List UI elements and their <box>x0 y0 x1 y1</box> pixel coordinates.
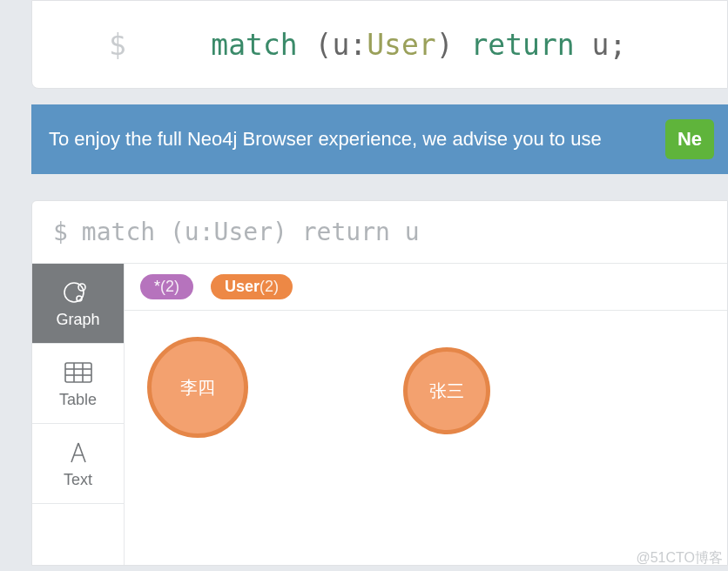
tab-graph[interactable]: Graph <box>32 264 124 344</box>
label-all-symbol: * <box>154 278 160 296</box>
editor-prompt: $ <box>109 28 126 62</box>
result-query: match (u:User) return u <box>82 218 420 246</box>
label-user-count: (2) <box>260 278 279 296</box>
graph-node[interactable]: 张三 <box>403 347 490 434</box>
colon: : <box>349 28 367 62</box>
query-editor[interactable]: $ match (u:User) return u; <box>31 0 728 89</box>
label-user-name: User <box>225 278 260 296</box>
variable-u: u <box>332 28 349 62</box>
close-paren: ) <box>436 28 454 62</box>
svg-point-0 <box>64 283 84 302</box>
result-frame: $ match (u:User) return u Graph <box>31 200 728 566</box>
notice-cta-button[interactable]: Ne <box>665 119 714 159</box>
open-paren: ( <box>315 28 333 62</box>
view-tabs: Graph Table <box>32 264 125 565</box>
watermark: @51CTO博客 <box>636 549 723 568</box>
notice-text: To enjoy the full Neo4j Browser experien… <box>49 128 602 151</box>
text-icon <box>62 438 95 467</box>
tab-graph-label: Graph <box>56 311 99 329</box>
tab-table[interactable]: Table <box>32 344 124 424</box>
keyword-return: return <box>470 28 574 62</box>
graph-icon <box>62 278 95 307</box>
tab-text-label: Text <box>64 471 92 489</box>
type-user: User <box>367 28 435 62</box>
tab-text[interactable]: Text <box>32 424 124 504</box>
labels-bar: *(2) User(2) <box>125 264 727 311</box>
label-pill-all[interactable]: *(2) <box>140 274 193 299</box>
result-body: Graph Table <box>32 264 727 565</box>
result-prompt: $ <box>53 218 68 246</box>
keyword-match: match <box>211 28 297 62</box>
node-caption: 张三 <box>429 380 464 403</box>
variable-u-2: u <box>592 28 610 62</box>
graph-node[interactable]: 李四 <box>147 337 248 438</box>
result-header: $ match (u:User) return u <box>32 201 727 264</box>
tab-table-label: Table <box>59 391 97 409</box>
label-pill-user[interactable]: User(2) <box>211 274 293 299</box>
graph-canvas[interactable]: 李四 张三 <box>125 311 727 565</box>
svg-rect-3 <box>65 363 91 382</box>
graph-area: *(2) User(2) 李四 张三 <box>125 264 727 565</box>
node-caption: 李四 <box>180 376 215 400</box>
browser-notice: To enjoy the full Neo4j Browser experien… <box>31 104 728 174</box>
semicolon: ; <box>609 28 626 62</box>
table-icon <box>62 358 95 387</box>
label-all-count: (2) <box>160 278 179 296</box>
